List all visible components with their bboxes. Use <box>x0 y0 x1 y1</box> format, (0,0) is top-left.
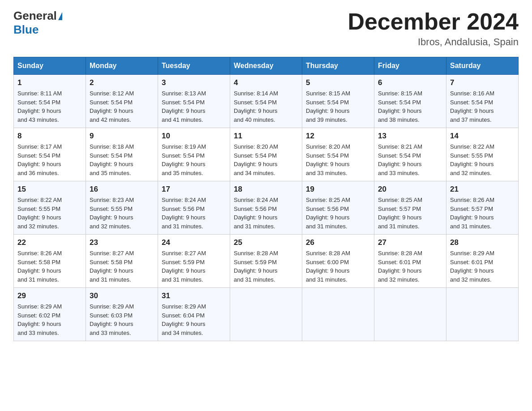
calendar-cell: 3 Sunrise: 8:13 AMSunset: 5:54 PMDayligh… <box>158 75 230 128</box>
column-header-sunday: Sunday <box>14 57 86 75</box>
calendar-cell: 28 Sunrise: 8:29 AMSunset: 6:01 PMDaylig… <box>446 235 519 288</box>
day-info: Sunrise: 8:28 AMSunset: 6:01 PMDaylight:… <box>378 250 422 283</box>
day-info: Sunrise: 8:21 AMSunset: 5:54 PMDaylight:… <box>378 143 422 176</box>
calendar-cell: 30 Sunrise: 8:29 AMSunset: 6:03 PMDaylig… <box>86 288 158 341</box>
logo-blue: Blue <box>13 23 39 37</box>
day-number: 16 <box>90 185 154 194</box>
calendar-cell: 25 Sunrise: 8:28 AMSunset: 5:59 PMDaylig… <box>230 235 302 288</box>
page-header: General Blue December 2024 Ibros, Andalu… <box>13 9 519 48</box>
day-number: 6 <box>378 78 442 87</box>
day-info: Sunrise: 8:29 AMSunset: 6:01 PMDaylight:… <box>450 250 494 283</box>
day-number: 13 <box>378 132 442 141</box>
day-info: Sunrise: 8:27 AMSunset: 5:58 PMDaylight:… <box>90 250 134 283</box>
calendar-cell: 6 Sunrise: 8:15 AMSunset: 5:54 PMDayligh… <box>374 75 446 128</box>
calendar-header: SundayMondayTuesdayWednesdayThursdayFrid… <box>14 57 519 75</box>
day-number: 20 <box>378 185 442 194</box>
column-header-saturday: Saturday <box>446 57 519 75</box>
day-number: 28 <box>450 238 515 247</box>
calendar-cell: 18 Sunrise: 8:24 AMSunset: 5:56 PMDaylig… <box>230 181 302 235</box>
calendar-cell: 4 Sunrise: 8:14 AMSunset: 5:54 PMDayligh… <box>230 75 302 128</box>
day-number: 29 <box>17 291 82 300</box>
calendar-cell: 2 Sunrise: 8:12 AMSunset: 5:54 PMDayligh… <box>86 75 158 128</box>
day-number: 3 <box>162 78 226 87</box>
column-header-tuesday: Tuesday <box>158 57 230 75</box>
day-number: 9 <box>90 132 154 141</box>
calendar-cell: 8 Sunrise: 8:17 AMSunset: 5:54 PMDayligh… <box>14 128 86 181</box>
calendar-cell <box>302 288 374 341</box>
week-row-1: 1 Sunrise: 8:11 AMSunset: 5:54 PMDayligh… <box>14 75 519 128</box>
logo: General Blue <box>13 9 62 37</box>
day-info: Sunrise: 8:28 AMSunset: 5:59 PMDaylight:… <box>234 250 278 283</box>
day-number: 12 <box>306 132 370 141</box>
calendar-cell: 17 Sunrise: 8:24 AMSunset: 5:56 PMDaylig… <box>158 181 230 235</box>
day-info: Sunrise: 8:14 AMSunset: 5:54 PMDaylight:… <box>234 90 278 123</box>
week-row-4: 22 Sunrise: 8:26 AMSunset: 5:58 PMDaylig… <box>14 235 519 288</box>
day-info: Sunrise: 8:24 AMSunset: 5:56 PMDaylight:… <box>234 197 278 230</box>
calendar-cell: 15 Sunrise: 8:22 AMSunset: 5:55 PMDaylig… <box>14 181 86 235</box>
calendar-cell: 27 Sunrise: 8:28 AMSunset: 6:01 PMDaylig… <box>374 235 446 288</box>
calendar-cell: 21 Sunrise: 8:26 AMSunset: 5:57 PMDaylig… <box>446 181 519 235</box>
day-number: 30 <box>90 291 154 300</box>
day-info: Sunrise: 8:26 AMSunset: 5:58 PMDaylight:… <box>17 250 62 283</box>
calendar-cell: 23 Sunrise: 8:27 AMSunset: 5:58 PMDaylig… <box>86 235 158 288</box>
day-info: Sunrise: 8:15 AMSunset: 5:54 PMDaylight:… <box>306 90 350 123</box>
day-info: Sunrise: 8:12 AMSunset: 5:54 PMDaylight:… <box>90 90 134 123</box>
day-number: 2 <box>90 78 154 87</box>
day-number: 17 <box>162 185 226 194</box>
day-number: 14 <box>450 132 515 141</box>
calendar-cell: 16 Sunrise: 8:23 AMSunset: 5:55 PMDaylig… <box>86 181 158 235</box>
calendar-cell: 14 Sunrise: 8:22 AMSunset: 5:55 PMDaylig… <box>446 128 519 181</box>
calendar-cell: 12 Sunrise: 8:20 AMSunset: 5:54 PMDaylig… <box>302 128 374 181</box>
calendar-cell: 7 Sunrise: 8:16 AMSunset: 5:54 PMDayligh… <box>446 75 519 128</box>
day-number: 1 <box>17 78 82 87</box>
calendar-cell <box>230 288 302 341</box>
calendar-cell: 19 Sunrise: 8:25 AMSunset: 5:56 PMDaylig… <box>302 181 374 235</box>
calendar-cell: 24 Sunrise: 8:27 AMSunset: 5:59 PMDaylig… <box>158 235 230 288</box>
day-info: Sunrise: 8:26 AMSunset: 5:57 PMDaylight:… <box>450 197 494 230</box>
day-info: Sunrise: 8:23 AMSunset: 5:55 PMDaylight:… <box>90 197 134 230</box>
day-number: 19 <box>306 185 370 194</box>
day-info: Sunrise: 8:25 AMSunset: 5:57 PMDaylight:… <box>378 197 422 230</box>
column-header-monday: Monday <box>86 57 158 75</box>
week-row-3: 15 Sunrise: 8:22 AMSunset: 5:55 PMDaylig… <box>14 181 519 235</box>
day-info: Sunrise: 8:17 AMSunset: 5:54 PMDaylight:… <box>17 143 62 176</box>
calendar-cell: 13 Sunrise: 8:21 AMSunset: 5:54 PMDaylig… <box>374 128 446 181</box>
week-row-2: 8 Sunrise: 8:17 AMSunset: 5:54 PMDayligh… <box>14 128 519 181</box>
column-header-wednesday: Wednesday <box>230 57 302 75</box>
header-right: December 2024 Ibros, Andalusia, Spain <box>348 9 519 48</box>
day-number: 5 <box>306 78 370 87</box>
column-header-friday: Friday <box>374 57 446 75</box>
calendar-cell: 31 Sunrise: 8:29 AMSunset: 6:04 PMDaylig… <box>158 288 230 341</box>
day-number: 26 <box>306 238 370 247</box>
day-info: Sunrise: 8:18 AMSunset: 5:54 PMDaylight:… <box>90 143 134 176</box>
day-info: Sunrise: 8:20 AMSunset: 5:54 PMDaylight:… <box>234 143 278 176</box>
day-number: 31 <box>162 291 226 300</box>
day-info: Sunrise: 8:15 AMSunset: 5:54 PMDaylight:… <box>378 90 422 123</box>
calendar-cell: 29 Sunrise: 8:29 AMSunset: 6:02 PMDaylig… <box>14 288 86 341</box>
day-number: 7 <box>450 78 515 87</box>
calendar-cell <box>374 288 446 341</box>
day-info: Sunrise: 8:20 AMSunset: 5:54 PMDaylight:… <box>306 143 350 176</box>
day-info: Sunrise: 8:29 AMSunset: 6:04 PMDaylight:… <box>162 303 206 336</box>
calendar-cell <box>446 288 519 341</box>
day-number: 23 <box>90 238 154 247</box>
day-number: 27 <box>378 238 442 247</box>
day-info: Sunrise: 8:22 AMSunset: 5:55 PMDaylight:… <box>17 197 62 230</box>
day-info: Sunrise: 8:29 AMSunset: 6:02 PMDaylight:… <box>17 303 62 336</box>
day-number: 25 <box>234 238 298 247</box>
logo-triangle-icon <box>58 12 62 20</box>
calendar-cell: 20 Sunrise: 8:25 AMSunset: 5:57 PMDaylig… <box>374 181 446 235</box>
day-info: Sunrise: 8:19 AMSunset: 5:54 PMDaylight:… <box>162 143 206 176</box>
day-info: Sunrise: 8:22 AMSunset: 5:55 PMDaylight:… <box>450 143 494 176</box>
day-number: 18 <box>234 185 298 194</box>
day-number: 22 <box>17 238 82 247</box>
calendar-cell: 1 Sunrise: 8:11 AMSunset: 5:54 PMDayligh… <box>14 75 86 128</box>
calendar-cell: 11 Sunrise: 8:20 AMSunset: 5:54 PMDaylig… <box>230 128 302 181</box>
column-header-thursday: Thursday <box>302 57 374 75</box>
day-number: 10 <box>162 132 226 141</box>
logo-general: General <box>13 9 57 23</box>
calendar-cell: 26 Sunrise: 8:28 AMSunset: 6:00 PMDaylig… <box>302 235 374 288</box>
day-info: Sunrise: 8:24 AMSunset: 5:56 PMDaylight:… <box>162 197 206 230</box>
calendar-cell: 5 Sunrise: 8:15 AMSunset: 5:54 PMDayligh… <box>302 75 374 128</box>
location: Ibros, Andalusia, Spain <box>348 36 519 48</box>
